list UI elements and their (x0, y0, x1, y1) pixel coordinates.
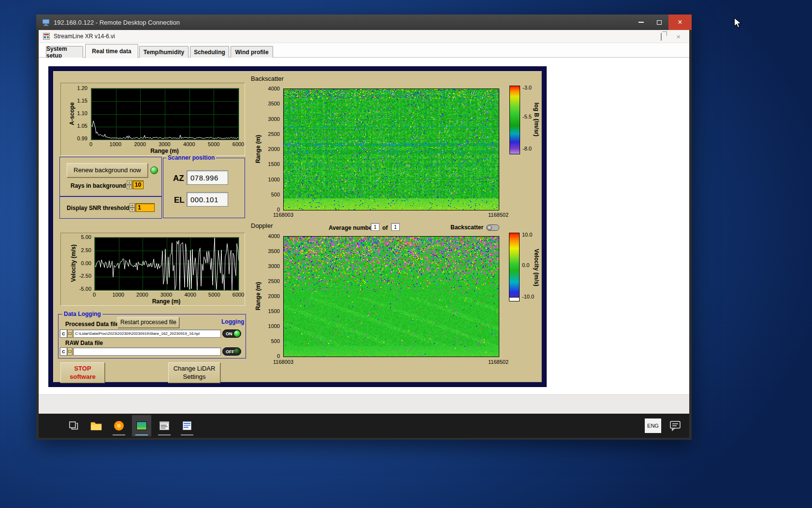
rays-spinner[interactable]: ▲▼ (127, 180, 132, 189)
stop-software-button[interactable]: STOP software (60, 362, 105, 383)
ascope-x-ticks: 0100020003000400050006000 (91, 141, 238, 147)
app-restore-button[interactable] (661, 33, 662, 40)
toggle-on-led (234, 330, 240, 337)
tab-wind-profile[interactable]: Wind profile (231, 46, 273, 58)
velocity-x-axis-label: Range (m) (94, 298, 238, 305)
spinner-down-icon[interactable]: ▼ (127, 185, 132, 189)
minimize-icon (638, 22, 644, 23)
tick-label: 0 (93, 292, 96, 298)
tick-label: 1.15 (77, 98, 87, 104)
rdp-title: 192.168.0.122 - Remote Desktop Connectio… (54, 19, 632, 26)
change-lidar-settings-button[interactable]: Change LiDAR Settings (168, 362, 220, 383)
processed-logging-toggle[interactable]: ON (222, 329, 241, 338)
azimuth-label: AZ (173, 174, 184, 183)
backscatter-colorbar-label: log B (/m/sr) (533, 103, 540, 136)
tab-real-time-data[interactable]: Real time data (85, 44, 138, 58)
maximize-icon (657, 20, 662, 25)
logging-label: Logging (221, 318, 244, 325)
app-icon (43, 33, 50, 40)
firefox-button[interactable] (109, 415, 129, 436)
restart-processed-file-button[interactable]: Restart processed file (117, 317, 179, 328)
streamline-app-button[interactable] (132, 415, 151, 436)
rdp-minimize-button[interactable] (632, 15, 650, 30)
vi-front-panel: A-scope 1.201.151.101.050.99 01000200030… (39, 58, 689, 394)
remote-desktop-area: StreamLine XR v14-6.vi × System setup Re… (39, 30, 689, 438)
tick-label: 10.0 (522, 232, 532, 238)
renew-background-button[interactable]: Renew background now (67, 163, 148, 178)
panel-frame: A-scope 1.201.151.101.050.99 01000200030… (48, 66, 547, 387)
tab-scheduling[interactable]: Scheduling (190, 46, 229, 58)
tick-label: 4000 (184, 292, 196, 298)
tick-label: 3000 (159, 141, 170, 147)
tick-label: 1000 (268, 323, 280, 329)
doppler-colorbar-label: Velocity (m/s) (533, 249, 540, 286)
toggle-off-led (234, 348, 240, 355)
rdp-maximize-button[interactable] (650, 15, 668, 30)
app-titlebar[interactable]: StreamLine XR v14-6.vi × (39, 30, 689, 43)
doppler-y-axis-label: Range (m) (255, 282, 261, 311)
tick-label: -8.0 (522, 146, 532, 151)
task-view-button[interactable] (64, 415, 83, 436)
snr-spinner[interactable]: ▲▼ (130, 203, 135, 212)
processed-data-file-path[interactable]: C:\Lidar\Data\Proc\2023\202309\20230919\… (73, 329, 221, 338)
folder-icon (68, 332, 72, 335)
tick-label: 3500 (268, 248, 280, 254)
tick-label: 5000 (208, 292, 220, 298)
raw-logging-toggle[interactable]: OFF (222, 347, 241, 356)
data-logging-title: Data Logging (62, 311, 102, 317)
average-total-field[interactable]: 1 (391, 223, 400, 231)
spinner-down-icon[interactable]: ▼ (130, 208, 135, 212)
ascope-y-ticks: 1.201.151.101.050.99 (72, 88, 89, 138)
data-logging-box: Data Logging Processed Data file Restart… (58, 314, 246, 359)
rdp-close-button[interactable]: × (668, 15, 692, 30)
doppler-colorbar (509, 233, 520, 301)
background-led-indicator (150, 166, 158, 174)
backscatter-colorbar (509, 86, 520, 154)
close-icon: × (678, 18, 682, 27)
file-explorer-button[interactable] (87, 415, 106, 436)
folder-icon (90, 421, 102, 431)
spinner-up-icon[interactable]: ▲ (130, 203, 135, 208)
backscatter-heatmap (283, 89, 499, 210)
tick-label: 6000 (232, 141, 244, 147)
notes-app-button[interactable] (177, 415, 197, 436)
processed-drive-button[interactable]: C (60, 329, 67, 338)
average-number-field[interactable]: 1 (371, 223, 379, 231)
spinner-up-icon[interactable]: ▲ (127, 180, 132, 185)
mouse-cursor (734, 17, 743, 29)
tick-label: 0.00 (81, 260, 91, 266)
tick-label: 0 (89, 141, 92, 147)
of-label: of (382, 224, 388, 231)
notifications-button[interactable] (668, 415, 682, 436)
tick-label: 3000 (268, 263, 280, 269)
tab-system-setup[interactable]: System setup (46, 46, 83, 58)
stop-label-line2: software (70, 373, 95, 381)
raw-browse-button[interactable] (67, 347, 72, 356)
app-close-button[interactable]: × (676, 32, 681, 41)
raw-data-file-label: RAW Data file (65, 340, 103, 346)
tick-label: 4000 (268, 233, 280, 239)
tick-label: 1000 (268, 177, 280, 182)
backscatter-display-toggle[interactable] (486, 224, 499, 231)
tick-label: 4000 (268, 86, 280, 91)
language-indicator[interactable]: ENG (645, 418, 661, 433)
tab-temp-humidity[interactable]: Temp/humidity (139, 46, 188, 58)
folder-icon (68, 350, 72, 353)
scan-scheduler-button[interactable] (155, 415, 174, 436)
rdp-titlebar[interactable]: 192.168.0.122 - Remote Desktop Connectio… (36, 15, 692, 30)
ascope-plot (91, 88, 239, 140)
tick-label: 2500 (268, 278, 280, 284)
processed-browse-button[interactable] (67, 329, 72, 338)
scanner-position-box: Scanner position AZ 078.996 EL 000.101 (163, 158, 245, 218)
average-number-label: Average number (329, 224, 374, 231)
change-settings-line2: Settings (183, 373, 206, 381)
snr-threshold-field[interactable]: 1 (135, 203, 155, 212)
raw-data-file-path[interactable] (73, 347, 221, 356)
tick-label: 1000 (110, 141, 121, 147)
app-window-bottom-area (39, 394, 689, 414)
close-icon: × (676, 32, 681, 41)
tick-label: 2000 (268, 146, 280, 152)
tick-label: 5.00 (81, 234, 91, 240)
raw-drive-button[interactable]: C (60, 347, 67, 356)
rays-in-background-field[interactable]: 10 (132, 180, 144, 189)
